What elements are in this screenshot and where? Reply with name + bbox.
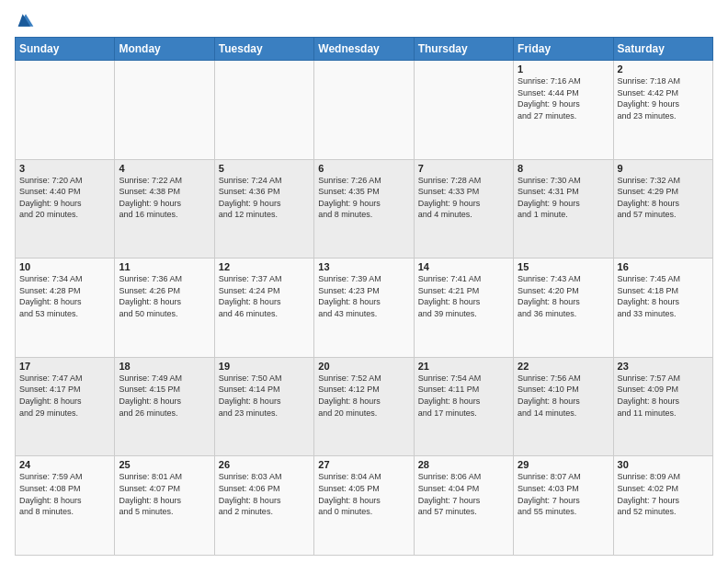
- col-header-friday: Friday: [514, 38, 613, 61]
- day-number: 15: [518, 261, 609, 272]
- day-cell: [16, 61, 115, 160]
- day-cell: 29Sunrise: 8:07 AM Sunset: 4:03 PM Dayli…: [514, 456, 613, 556]
- day-info: Sunrise: 7:50 AM Sunset: 4:14 PM Dayligh…: [219, 373, 310, 419]
- day-cell: 12Sunrise: 7:37 AM Sunset: 4:24 PM Dayli…: [214, 259, 313, 358]
- week-row-4: 17Sunrise: 7:47 AM Sunset: 4:17 PM Dayli…: [16, 357, 713, 456]
- day-cell: [214, 61, 313, 160]
- day-number: 10: [19, 261, 110, 272]
- day-info: Sunrise: 7:34 AM Sunset: 4:28 PM Dayligh…: [19, 273, 110, 319]
- day-number: 19: [219, 361, 310, 372]
- day-cell: 9Sunrise: 7:32 AM Sunset: 4:29 PM Daylig…: [613, 159, 712, 259]
- day-cell: 4Sunrise: 7:22 AM Sunset: 4:38 PM Daylig…: [115, 159, 214, 259]
- day-info: Sunrise: 7:56 AM Sunset: 4:10 PM Dayligh…: [518, 373, 609, 419]
- header: [15, 11, 713, 29]
- day-cell: 17Sunrise: 7:47 AM Sunset: 4:17 PM Dayli…: [16, 357, 115, 456]
- day-cell: 15Sunrise: 7:43 AM Sunset: 4:20 PM Dayli…: [514, 259, 613, 358]
- day-cell: 25Sunrise: 8:01 AM Sunset: 4:07 PM Dayli…: [115, 456, 214, 556]
- day-info: Sunrise: 7:45 AM Sunset: 4:18 PM Dayligh…: [618, 273, 709, 319]
- calendar: SundayMondayTuesdayWednesdayThursdayFrid…: [15, 37, 713, 556]
- day-info: Sunrise: 7:36 AM Sunset: 4:26 PM Dayligh…: [119, 273, 210, 319]
- day-number: 12: [219, 261, 310, 272]
- day-number: 25: [119, 459, 210, 470]
- day-info: Sunrise: 7:20 AM Sunset: 4:40 PM Dayligh…: [19, 175, 110, 221]
- day-number: 28: [418, 459, 509, 470]
- col-header-saturday: Saturday: [613, 38, 712, 61]
- logo-text: [15, 11, 35, 29]
- day-cell: 1Sunrise: 7:16 AM Sunset: 4:44 PM Daylig…: [514, 61, 613, 160]
- day-number: 27: [318, 459, 409, 470]
- week-row-5: 24Sunrise: 7:59 AM Sunset: 4:08 PM Dayli…: [16, 456, 713, 556]
- day-info: Sunrise: 8:01 AM Sunset: 4:07 PM Dayligh…: [119, 471, 210, 517]
- day-cell: 16Sunrise: 7:45 AM Sunset: 4:18 PM Dayli…: [613, 259, 712, 358]
- day-cell: 3Sunrise: 7:20 AM Sunset: 4:40 PM Daylig…: [16, 159, 115, 259]
- day-number: 18: [119, 361, 210, 372]
- day-cell: 22Sunrise: 7:56 AM Sunset: 4:10 PM Dayli…: [514, 357, 613, 456]
- day-number: 5: [219, 163, 310, 174]
- day-number: 2: [618, 63, 709, 75]
- day-info: Sunrise: 7:41 AM Sunset: 4:21 PM Dayligh…: [418, 273, 509, 319]
- day-info: Sunrise: 7:30 AM Sunset: 4:31 PM Dayligh…: [518, 175, 609, 221]
- day-number: 14: [418, 261, 509, 272]
- day-info: Sunrise: 7:43 AM Sunset: 4:20 PM Dayligh…: [518, 273, 609, 319]
- day-number: 9: [618, 163, 709, 174]
- day-cell: 20Sunrise: 7:52 AM Sunset: 4:12 PM Dayli…: [314, 357, 414, 456]
- day-info: Sunrise: 7:24 AM Sunset: 4:36 PM Dayligh…: [219, 175, 310, 221]
- day-cell: 18Sunrise: 7:49 AM Sunset: 4:15 PM Dayli…: [115, 357, 214, 456]
- day-number: 23: [618, 361, 709, 372]
- col-header-wednesday: Wednesday: [314, 38, 414, 61]
- day-info: Sunrise: 8:04 AM Sunset: 4:05 PM Dayligh…: [318, 471, 409, 517]
- day-info: Sunrise: 8:09 AM Sunset: 4:02 PM Dayligh…: [618, 471, 709, 517]
- day-cell: 10Sunrise: 7:34 AM Sunset: 4:28 PM Dayli…: [16, 259, 115, 358]
- week-row-2: 3Sunrise: 7:20 AM Sunset: 4:40 PM Daylig…: [16, 159, 713, 259]
- day-number: 30: [618, 459, 709, 470]
- day-info: Sunrise: 7:39 AM Sunset: 4:23 PM Dayligh…: [318, 273, 409, 319]
- day-number: 7: [418, 163, 509, 174]
- col-header-sunday: Sunday: [16, 38, 115, 61]
- day-number: 8: [518, 163, 609, 174]
- week-row-3: 10Sunrise: 7:34 AM Sunset: 4:28 PM Dayli…: [16, 259, 713, 358]
- col-header-monday: Monday: [115, 38, 214, 61]
- day-info: Sunrise: 7:49 AM Sunset: 4:15 PM Dayligh…: [119, 373, 210, 419]
- day-cell: 27Sunrise: 8:04 AM Sunset: 4:05 PM Dayli…: [314, 456, 414, 556]
- day-number: 22: [518, 361, 609, 372]
- day-info: Sunrise: 7:28 AM Sunset: 4:33 PM Dayligh…: [418, 175, 509, 221]
- day-number: 1: [518, 63, 609, 75]
- day-info: Sunrise: 7:57 AM Sunset: 4:09 PM Dayligh…: [618, 373, 709, 419]
- day-info: Sunrise: 7:59 AM Sunset: 4:08 PM Dayligh…: [19, 471, 110, 517]
- day-number: 17: [19, 361, 110, 372]
- day-info: Sunrise: 7:18 AM Sunset: 4:42 PM Dayligh…: [618, 75, 709, 121]
- day-info: Sunrise: 7:54 AM Sunset: 4:11 PM Dayligh…: [418, 373, 509, 419]
- day-info: Sunrise: 8:07 AM Sunset: 4:03 PM Dayligh…: [518, 471, 609, 517]
- day-cell: 30Sunrise: 8:09 AM Sunset: 4:02 PM Dayli…: [613, 456, 712, 556]
- day-number: 6: [318, 163, 409, 174]
- day-cell: [414, 61, 513, 160]
- page: SundayMondayTuesdayWednesdayThursdayFrid…: [0, 0, 728, 563]
- day-number: 24: [19, 459, 110, 470]
- day-info: Sunrise: 7:22 AM Sunset: 4:38 PM Dayligh…: [119, 175, 210, 221]
- day-cell: 14Sunrise: 7:41 AM Sunset: 4:21 PM Dayli…: [414, 259, 513, 358]
- day-info: Sunrise: 7:16 AM Sunset: 4:44 PM Dayligh…: [518, 75, 609, 121]
- day-cell: 26Sunrise: 8:03 AM Sunset: 4:06 PM Dayli…: [214, 456, 313, 556]
- day-cell: 23Sunrise: 7:57 AM Sunset: 4:09 PM Dayli…: [613, 357, 712, 456]
- day-info: Sunrise: 7:26 AM Sunset: 4:35 PM Dayligh…: [318, 175, 409, 221]
- day-number: 21: [418, 361, 509, 372]
- header-row: SundayMondayTuesdayWednesdayThursdayFrid…: [16, 38, 713, 61]
- day-number: 13: [318, 261, 409, 272]
- day-cell: 2Sunrise: 7:18 AM Sunset: 4:42 PM Daylig…: [613, 61, 712, 160]
- day-cell: 19Sunrise: 7:50 AM Sunset: 4:14 PM Dayli…: [214, 357, 313, 456]
- day-cell: 8Sunrise: 7:30 AM Sunset: 4:31 PM Daylig…: [514, 159, 613, 259]
- col-header-thursday: Thursday: [414, 38, 513, 61]
- day-cell: 11Sunrise: 7:36 AM Sunset: 4:26 PM Dayli…: [115, 259, 214, 358]
- day-number: 3: [19, 163, 110, 174]
- col-header-tuesday: Tuesday: [214, 38, 313, 61]
- logo-icon: [17, 11, 35, 29]
- day-info: Sunrise: 7:52 AM Sunset: 4:12 PM Dayligh…: [318, 373, 409, 419]
- day-cell: 28Sunrise: 8:06 AM Sunset: 4:04 PM Dayli…: [414, 456, 513, 556]
- day-cell: 13Sunrise: 7:39 AM Sunset: 4:23 PM Dayli…: [314, 259, 414, 358]
- day-info: Sunrise: 8:06 AM Sunset: 4:04 PM Dayligh…: [418, 471, 509, 517]
- day-number: 29: [518, 459, 609, 470]
- day-info: Sunrise: 7:32 AM Sunset: 4:29 PM Dayligh…: [618, 175, 709, 221]
- day-cell: 6Sunrise: 7:26 AM Sunset: 4:35 PM Daylig…: [314, 159, 414, 259]
- day-number: 20: [318, 361, 409, 372]
- day-cell: 24Sunrise: 7:59 AM Sunset: 4:08 PM Dayli…: [16, 456, 115, 556]
